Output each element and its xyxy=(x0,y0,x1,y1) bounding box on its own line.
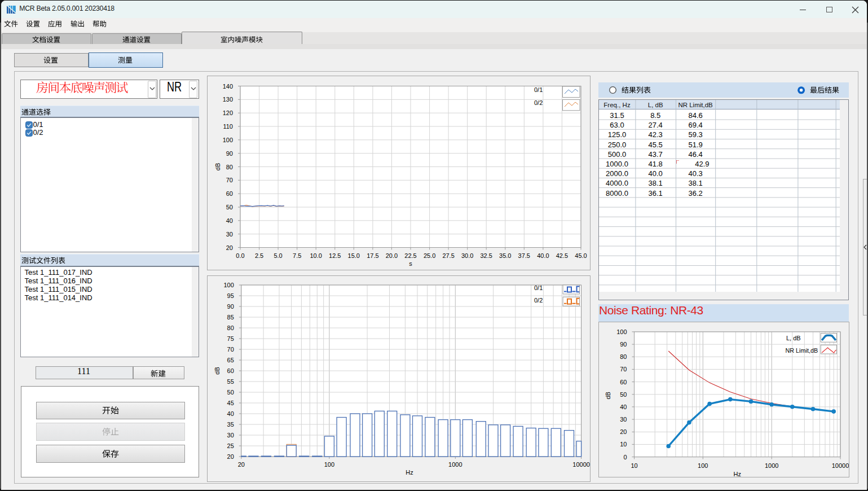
svg-text:85: 85 xyxy=(227,314,233,321)
svg-text:32.5: 32.5 xyxy=(480,252,492,259)
svg-text:10: 10 xyxy=(620,441,627,448)
svg-text:100: 100 xyxy=(222,137,232,143)
svg-text:42.5: 42.5 xyxy=(556,252,567,259)
svg-text:10: 10 xyxy=(631,462,637,469)
svg-text:22.5: 22.5 xyxy=(404,252,416,259)
svg-text:35.0: 35.0 xyxy=(499,252,511,259)
svg-text:30: 30 xyxy=(620,416,627,423)
svg-text:40: 40 xyxy=(620,404,627,410)
svg-text:70: 70 xyxy=(226,177,232,183)
svg-text:100: 100 xyxy=(698,462,708,469)
svg-text:60: 60 xyxy=(227,367,233,374)
svg-text:0/2: 0/2 xyxy=(534,99,543,106)
svg-text:Hz: Hz xyxy=(733,471,741,477)
svg-text:80: 80 xyxy=(227,325,233,331)
svg-text:dB: dB xyxy=(605,392,611,399)
svg-text:dB: dB xyxy=(214,163,221,170)
svg-text:45.0: 45.0 xyxy=(575,252,587,259)
svg-text:95: 95 xyxy=(227,292,233,299)
svg-text:20: 20 xyxy=(227,453,233,460)
svg-text:20: 20 xyxy=(620,428,627,435)
svg-text:12.5: 12.5 xyxy=(329,252,341,259)
svg-text:90: 90 xyxy=(620,341,627,348)
svg-text:0: 0 xyxy=(623,454,627,461)
svg-text:0/1: 0/1 xyxy=(534,284,543,291)
svg-text:40: 40 xyxy=(227,410,233,417)
svg-text:27.5: 27.5 xyxy=(442,252,454,259)
svg-text:10.0: 10.0 xyxy=(310,252,321,259)
svg-text:60: 60 xyxy=(226,190,232,197)
svg-text:L, dB: L, dB xyxy=(786,335,801,341)
svg-text:80: 80 xyxy=(226,164,232,170)
svg-text:90: 90 xyxy=(226,150,232,157)
svg-text:s: s xyxy=(409,260,412,267)
svg-text:1000: 1000 xyxy=(764,462,778,469)
svg-text:130: 130 xyxy=(222,96,232,103)
svg-text:140: 140 xyxy=(222,83,232,90)
svg-text:100: 100 xyxy=(223,282,233,288)
svg-text:0/1: 0/1 xyxy=(534,86,543,93)
svg-text:5.0: 5.0 xyxy=(274,252,282,259)
svg-text:25: 25 xyxy=(227,442,233,449)
svg-text:100: 100 xyxy=(616,328,627,335)
svg-text:55: 55 xyxy=(227,378,233,385)
svg-text:20: 20 xyxy=(226,244,232,251)
svg-text:35: 35 xyxy=(227,421,233,428)
svg-text:110: 110 xyxy=(223,123,233,130)
svg-text:1000: 1000 xyxy=(448,461,462,468)
svg-text:100: 100 xyxy=(324,461,334,468)
svg-text:10000: 10000 xyxy=(572,461,590,468)
svg-text:45: 45 xyxy=(227,400,233,406)
svg-text:40.0: 40.0 xyxy=(537,252,549,259)
svg-text:37.5: 37.5 xyxy=(518,252,530,259)
svg-text:120: 120 xyxy=(222,109,232,116)
svg-text:80: 80 xyxy=(620,353,627,360)
svg-text:50: 50 xyxy=(227,389,233,396)
svg-text:30.0: 30.0 xyxy=(461,252,473,259)
svg-text:2.5: 2.5 xyxy=(254,252,263,259)
svg-text:0/2: 0/2 xyxy=(534,297,543,304)
svg-text:75: 75 xyxy=(227,335,233,342)
svg-text:70: 70 xyxy=(227,346,233,353)
svg-text:90: 90 xyxy=(227,303,233,310)
svg-text:NR Limit,dB: NR Limit,dB xyxy=(785,347,818,354)
svg-text:40: 40 xyxy=(226,217,232,224)
svg-text:30: 30 xyxy=(227,432,233,439)
svg-text:17.5: 17.5 xyxy=(367,252,378,259)
svg-text:50: 50 xyxy=(226,204,232,211)
svg-text:7.5: 7.5 xyxy=(293,252,301,259)
svg-text:10000: 10000 xyxy=(831,462,848,469)
svg-text:60: 60 xyxy=(620,379,627,385)
svg-text:65: 65 xyxy=(227,357,233,363)
svg-text:dB: dB xyxy=(214,367,221,374)
svg-text:15.0: 15.0 xyxy=(347,252,359,259)
svg-text:20: 20 xyxy=(237,461,244,468)
svg-text:20.0: 20.0 xyxy=(385,252,397,259)
svg-text:Hz: Hz xyxy=(406,469,413,476)
svg-text:30: 30 xyxy=(226,231,232,238)
svg-text:0.0: 0.0 xyxy=(236,252,244,259)
svg-text:70: 70 xyxy=(620,366,627,372)
svg-text:25.0: 25.0 xyxy=(423,252,435,259)
svg-text:50: 50 xyxy=(620,391,627,398)
